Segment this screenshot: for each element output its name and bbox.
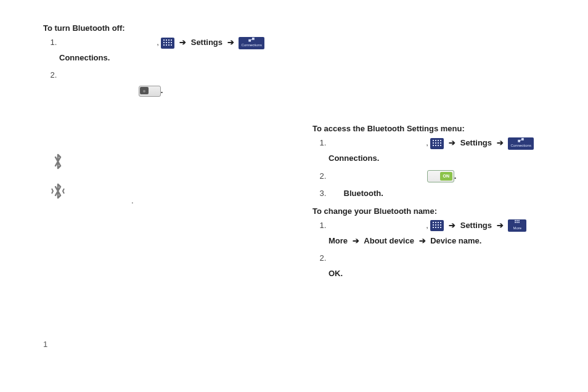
settings-bullets: Entering or changing the name your devic… [319,59,557,120]
step2-text: Tap the ON/OFF slider, located to the ri… [59,70,287,95]
period: . [108,53,110,62]
access-steps: From the Home screen, tap, ➔ Settings ➔ … [312,136,557,202]
bluetooth-connected-icon [49,182,67,204]
svg-rect-47 [518,222,520,223]
svg-rect-34 [433,224,434,226]
toggle-on-knob: ON [440,172,452,181]
turn-off-step-1: From the Home screen, tap, ➔ Settings ➔ … [59,35,288,65]
svg-rect-20 [435,142,436,144]
apps-grid-svg [163,39,173,47]
arrow-icon: ➔ [419,236,426,245]
svg-rect-32 [438,222,439,223]
heading-change-name: To change your Bluetooth name: [312,206,557,216]
svg-rect-15 [433,140,434,141]
svg-rect-24 [435,145,436,146]
turn-off-step-2: Tap the ON/OFF slider, located to the ri… [59,68,288,98]
svg-rect-36 [438,224,439,226]
settings-heading: Bluetooth Settings [312,20,557,29]
svg-rect-4 [163,42,165,43]
svg-rect-25 [438,145,439,146]
settings-label: Settings [460,138,492,147]
bluetooth-connected-row: Displays when Bluetooth is connected (pa… [49,178,288,208]
settings-label: Settings [191,38,223,47]
svg-rect-37 [440,224,441,226]
svg-rect-45 [515,222,516,223]
page-footer: 1 [43,340,52,349]
svg-rect-30 [433,222,434,223]
right-column: Bluetooth Settings The Bluetooth setting… [312,20,557,287]
svg-rect-2 [168,39,169,41]
svg-rect-46 [517,222,518,223]
svg-rect-19 [433,142,434,144]
heading-turn-off: To turn Bluetooth off: [43,23,288,33]
period: . [377,153,380,163]
device-name-label: Device name [430,236,480,245]
toggle-off-icon [139,86,161,97]
period: . [480,236,482,245]
apps-grid-icon [430,138,444,149]
apps-grid-icon [161,38,174,49]
access-step-1: From the Home screen, tap, ➔ Settings ➔ … [329,136,557,166]
about-device-label: About device [364,236,414,245]
step1-lead-text: From the Home screen, tap [59,38,157,47]
access-step-2: Verify your Bluetooth is ON ON. [329,169,557,184]
svg-rect-41 [440,227,441,228]
turn-off-steps: From the Home screen, tap, ➔ Settings ➔ … [43,35,288,99]
svg-rect-8 [163,44,165,46]
period: . [341,269,343,278]
arrow-icon: ➔ [449,221,455,230]
arrow-icon: ➔ [497,138,504,147]
heading-access: To access the Bluetooth Settings menu: [312,124,557,133]
a1-lead: From the Home screen, tap [329,138,426,147]
settings-desc: The Bluetooth settings menu allows you t… [312,29,557,59]
more-icon: More [508,219,526,232]
connections-icon: Connections [508,137,534,150]
svg-rect-6 [168,42,169,43]
period: . [381,189,383,198]
arrow-icon: ➔ [353,236,359,245]
svg-rect-23 [433,145,434,146]
a3-tap: Tap [329,189,341,198]
settings-label: Settings [460,221,492,230]
svg-rect-12 [248,39,251,41]
connections-icon-label: Connections [242,42,262,49]
left-column: To turn Bluetooth off: From the Home scr… [43,20,288,287]
ok-label: OK [329,269,341,278]
c1-lead: From the Home screen, tap [329,221,426,230]
access-step-3: Tap Bluetooth. [329,186,557,202]
connections-label: Connections [59,53,108,62]
svg-rect-10 [168,44,169,46]
arrow-icon: ➔ [497,221,504,230]
connections-label: Connections [329,153,377,163]
toggle-on-icon: ON [427,170,454,182]
bluetooth-active-text: Displays when Bluetooth is active. [75,156,288,171]
svg-rect-1 [166,39,167,41]
bluetooth-active-row: Displays when Bluetooth is active. [49,153,288,174]
svg-rect-38 [433,227,434,228]
svg-rect-42 [515,220,516,221]
status-desc: The following icons show your Bluetooth … [49,120,272,144]
bluetooth-icon [49,153,67,174]
svg-rect-43 [517,220,518,221]
svg-rect-11 [171,44,172,46]
a2-text: Verify your Bluetooth is ON [329,171,425,181]
change-steps: From the Home screen, tap, ➔ Settings ➔ … [312,218,557,282]
svg-rect-31 [435,222,436,223]
page-number: 1 [43,340,47,349]
period: . [454,171,457,181]
connections-glyph [248,37,255,43]
svg-rect-9 [166,44,167,46]
apps-grid-icon [430,220,444,231]
svg-rect-22 [440,142,441,144]
arrow-icon: ➔ [227,38,234,47]
connections-icon: Connections [239,37,264,49]
period: . [161,86,163,95]
bluetooth-connected-text: Displays when Bluetooth is connected (pa… [75,178,288,208]
c2-text: Modify the device name in the dialog box… [329,253,503,263]
svg-rect-7 [171,42,172,43]
change-step-2: Modify the device name in the dialog box… [329,251,557,281]
svg-rect-35 [435,224,436,226]
document-page: To turn Bluetooth off: From the Home scr… [0,0,588,287]
svg-rect-18 [440,140,441,141]
status-indicators-heading: Bluetooth Status Indicators The followin… [49,104,288,147]
